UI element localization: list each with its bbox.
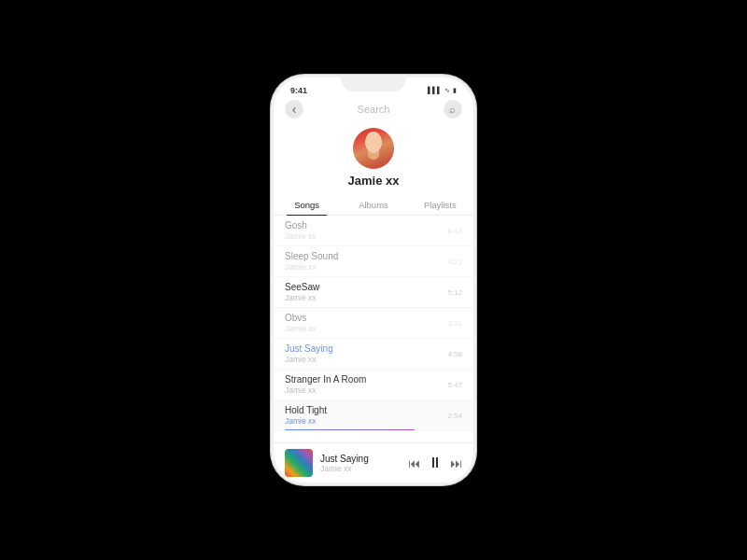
song-artist: Jamie xx — [285, 324, 447, 333]
song-title: Hold Tight — [285, 405, 447, 415]
song-item-sleepsound[interactable]: Sleep Sound Jamie xx 4:22 — [274, 246, 473, 277]
now-playing-artist: Jamie xx — [320, 464, 408, 473]
song-item-holdtight[interactable]: Hold Tight Jamie xx 2:54 — [274, 400, 473, 431]
tab-playlists[interactable]: Playlists — [407, 195, 473, 215]
song-item-seesaw[interactable]: SeeSaw Jamie xx 5:12 — [274, 277, 473, 308]
phone-frame: 9:41 ▌▌▌ ∿ ▮ Search Jamie xx Songs — [271, 75, 476, 485]
header: Search — [274, 98, 473, 124]
song-title: Sleep Sound — [285, 251, 447, 261]
status-icons: ▌▌▌ ∿ ▮ — [428, 87, 457, 94]
song-item-justsaying[interactable]: Just Saying Jamie xx 4:58 — [274, 339, 473, 370]
artist-name: Jamie xx — [348, 174, 400, 188]
song-artist: Jamie xx — [285, 355, 447, 364]
wifi-icon: ∿ — [444, 87, 450, 94]
tab-albums[interactable]: Albums — [340, 195, 406, 215]
song-item-stranger[interactable]: Stranger In A Room Jamie xx 5:47 — [274, 370, 473, 400]
search-button[interactable] — [444, 100, 462, 119]
song-artist: Jamie xx — [285, 385, 447, 395]
song-duration: 3:31 — [447, 319, 462, 328]
song-artist: Jamie xx — [285, 231, 447, 241]
songs-list[interactable]: Gosh Jamie xx 6:43 Sleep Sound Jamie xx … — [274, 216, 473, 442]
phone-notch — [341, 75, 406, 91]
tabs-bar: Songs Albums Playlists — [274, 195, 473, 216]
song-title: SeeSaw — [285, 282, 447, 292]
song-duration: 5:47 — [447, 381, 462, 389]
now-playing-album-art — [285, 449, 313, 477]
playing-progress-bar — [285, 429, 415, 431]
now-playing-bar: Just Saying Jamie xx ⏮ ⏸ ⏭ — [274, 442, 473, 483]
song-title: Just Saying — [285, 343, 447, 354]
song-duration: 5:12 — [447, 288, 462, 297]
song-artist: Jamie xx — [285, 262, 447, 272]
song-item-gosh[interactable]: Gosh Jamie xx 6:43 — [274, 216, 473, 246]
battery-icon: ▮ — [453, 87, 457, 94]
prev-button[interactable]: ⏮ — [408, 457, 420, 469]
song-duration: 6:43 — [447, 227, 462, 235]
play-pause-button[interactable]: ⏸ — [428, 455, 443, 470]
song-duration: 4:58 — [447, 350, 462, 358]
song-duration: 2:54 — [447, 412, 462, 420]
artist-avatar — [353, 128, 394, 169]
playback-controls: ⏮ ⏸ ⏭ — [408, 455, 462, 470]
search-label: Search — [358, 104, 390, 115]
song-duration: 4:22 — [447, 258, 462, 266]
song-title: Gosh — [285, 220, 447, 231]
tab-songs[interactable]: Songs — [274, 195, 340, 215]
phone-screen: 9:41 ▌▌▌ ∿ ▮ Search Jamie xx Songs — [274, 77, 473, 483]
back-button[interactable] — [285, 100, 303, 119]
song-title: Stranger In A Room — [285, 374, 447, 385]
artist-section: Jamie xx — [274, 124, 473, 195]
album-art-image — [285, 449, 313, 477]
now-playing-info: Just Saying Jamie xx — [320, 454, 408, 473]
next-button[interactable]: ⏭ — [450, 457, 462, 469]
signal-icon: ▌▌▌ — [428, 87, 442, 93]
song-item-obvs[interactable]: Obvs Jamie xx 3:31 — [274, 308, 473, 339]
artist-photo — [353, 128, 394, 169]
now-playing-title: Just Saying — [320, 454, 408, 464]
status-time: 9:41 — [290, 86, 307, 95]
song-title: Obvs — [285, 313, 447, 323]
song-artist: Jamie xx — [285, 416, 447, 426]
song-artist: Jamie xx — [285, 293, 447, 302]
